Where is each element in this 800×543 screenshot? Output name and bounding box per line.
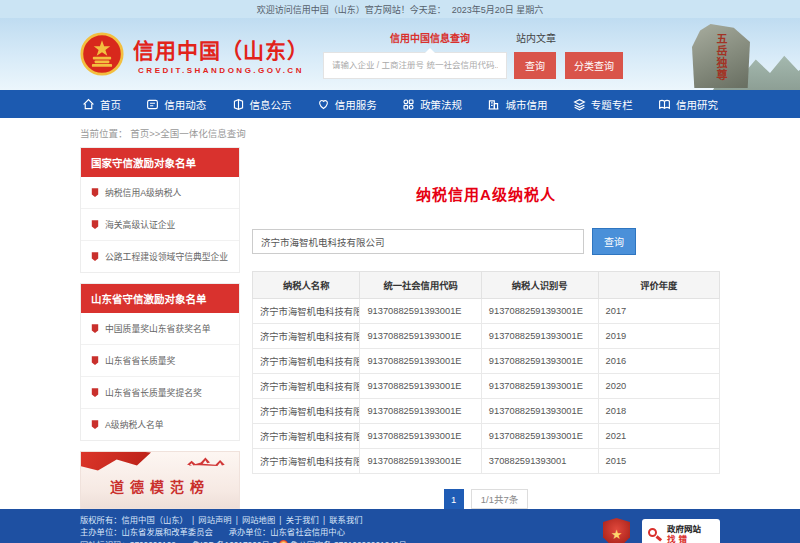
page-info: 1/1共7条 (471, 489, 529, 509)
table-row: 济宁市海智机电科技有限公司 91370882591393001E 9137088… (253, 324, 720, 349)
cell-credit-code: 91370882591393001E (360, 424, 481, 449)
nav-item-city-credit[interactable]: 城市信用 (485, 90, 549, 118)
sidebar-item-governor-award-nomination[interactable]: 山东省省长质量奖提名奖 (81, 377, 239, 409)
nav-item-policies[interactable]: 政策法规 (400, 90, 464, 118)
nav-item-credit-research[interactable]: 信用研究 (656, 90, 720, 118)
breadcrumb-path[interactable]: 首页>>全国一体化信息查询 (130, 128, 246, 139)
national-incentive-section: 国家守信激励对象名单 纳税信用A级纳税人 海关高级认证企业 公路工程建设领域守信… (80, 147, 240, 273)
footer-link-about-us[interactable]: 关于我们 (275, 515, 319, 525)
header-query-button[interactable]: 查询 (514, 52, 556, 79)
sidebar-item-tax-credit-a[interactable]: 纳税信用A级纳税人 (81, 177, 239, 209)
medal-icon (91, 188, 99, 198)
sidebar-item-label: 海关高级认证企业 (105, 218, 175, 231)
cell-credit-code: 91370882591393001E (360, 324, 481, 349)
find-error-line2: 找错 (667, 535, 701, 543)
nav-label: 专题专栏 (591, 97, 633, 112)
medal-icon (91, 252, 99, 262)
cell-eval-year: 2019 (598, 324, 719, 349)
medal-icon (91, 420, 99, 430)
cell-credit-code: 91370882591393001E (360, 374, 481, 399)
nav-item-home[interactable]: 首页 (80, 90, 123, 118)
site-title-block: 信用中国（山东） CREDIT.SHANDONG.GOV.CN (133, 34, 309, 75)
main-navbar: 首页 信用动态 信息公示 信用服务 政策法规 城市信用 (0, 90, 800, 118)
sidebar-item-highway-trustworthy[interactable]: 公路工程建设领域守信典型企业 (81, 241, 239, 272)
cell-eval-year: 2018 (598, 399, 719, 424)
nav-label: 信息公示 (250, 97, 292, 112)
classified-query-button[interactable]: 分类查询 (565, 52, 623, 79)
undertaker-text: 承办单位：山东省社会信用中心 (229, 527, 345, 537)
footer-link-contact-us[interactable]: 联系我们 (319, 515, 363, 525)
header-inner: 信用中国（山东） CREDIT.SHANDONG.GOV.CN 信用中国信息查询… (80, 18, 720, 90)
nav-label: 首页 (100, 97, 121, 112)
heart-icon (317, 98, 330, 111)
table-header-row: 纳税人名称 统一社会信用代码 纳税人识别号 评价年度 (253, 272, 720, 299)
header-search-input[interactable] (323, 52, 507, 79)
col-eval-year: 评价年度 (598, 272, 719, 299)
table-row: 济宁市海智机电科技有限公司 91370882591393001E 9137088… (253, 299, 720, 324)
nav-item-credit-services[interactable]: 信用服务 (315, 90, 379, 118)
main-search-row: 查询 (252, 228, 720, 255)
cell-taxpayer-name: 济宁市海智机电科技有限公司 (253, 399, 360, 424)
sidebar-item-a-level-taxpayer-list[interactable]: A级纳税人名单 (81, 409, 239, 440)
sidebar-item-governor-quality-award[interactable]: 山东省省长质量奖 (81, 345, 239, 377)
nav-label: 政策法规 (420, 97, 462, 112)
table-row: 济宁市海智机电科技有限公司 91370882591393001E 3708825… (253, 449, 720, 474)
table-row: 济宁市海智机电科技有限公司 91370882591393001E 9137088… (253, 424, 720, 449)
page-title: 纳税信用A级纳税人 (252, 183, 720, 204)
main-panel: 纳税信用A级纳税人 查询 纳税人名称 统一社会信用代码 纳税人识别号 评价年度 (252, 147, 720, 509)
cell-taxpayer-name: 济宁市海智机电科技有限公司 (253, 424, 360, 449)
tab-site-articles[interactable]: 站内文章 (516, 30, 556, 45)
gov-site-find-error-badge[interactable]: 政府网站 找错 (642, 519, 720, 543)
cell-taxpayer-id: 370882591393001 (481, 449, 598, 474)
sidebar-item-label: 山东省省长质量奖提名奖 (105, 386, 202, 399)
medal-icon (91, 324, 99, 334)
copyright-text: 版权所有：信用中国（山东） (80, 515, 188, 525)
nav-label: 信用服务 (335, 97, 377, 112)
sidebar-item-china-quality-award[interactable]: 中国质量奖山东省获奖名单 (81, 313, 239, 345)
home-icon (82, 98, 95, 111)
book-icon (658, 98, 671, 111)
col-taxpayer-name: 纳税人名称 (253, 272, 360, 299)
footer-link-sitemap[interactable]: 网站地图 (232, 515, 276, 525)
stone-inscription: 五岳独尊 (713, 33, 729, 88)
tab-credit-info-query[interactable]: 信用中国信息查询 (390, 30, 470, 45)
page-number-current[interactable]: 1 (444, 489, 464, 509)
footer-link-site-statement[interactable]: 网站声明 (188, 515, 232, 525)
magnifier-icon (648, 528, 662, 542)
col-credit-code: 统一社会信用代码 (360, 272, 481, 299)
medal-icon (91, 388, 99, 398)
site-logo[interactable]: 信用中国（山东） CREDIT.SHANDONG.GOV.CN (80, 32, 309, 76)
footer-inner: 版权所有：信用中国（山东）网站声明网站地图关于我们联系我们 主办单位：山东省发展… (80, 509, 720, 543)
building-icon (487, 98, 500, 111)
main-query-button[interactable]: 查询 (592, 228, 636, 255)
company-search-input[interactable] (252, 229, 584, 254)
nav-item-special-topics[interactable]: 专题专栏 (571, 90, 635, 118)
nav-label: 信用动态 (164, 97, 206, 112)
find-error-text: 政府网站 找错 (667, 525, 701, 543)
sidebar-item-label: 纳税信用A级纳税人 (105, 186, 181, 199)
sidebar-item-label: 中国质量奖山东省获奖名单 (105, 322, 211, 335)
pagination: 1 1/1共7条 (252, 489, 720, 509)
nav-item-info-disclosure[interactable]: 信息公示 (230, 90, 294, 118)
section-title: 山东省守信激励对象名单 (81, 284, 239, 313)
sidebar-item-label: 公路工程建设领域守信典型企业 (105, 250, 228, 263)
layers-icon (573, 98, 586, 111)
cell-eval-year: 2017 (598, 299, 719, 324)
breadcrumb: 当前位置： 首页>>全国一体化信息查询 (80, 118, 720, 147)
sidebar-item-customs-certified[interactable]: 海关高级认证企业 (81, 209, 239, 241)
nav-item-credit-news[interactable]: 信用动态 (144, 90, 208, 118)
red-flag-icon (80, 451, 151, 477)
shield-star-icon: ★ (611, 525, 623, 543)
footer-badges: ★ 政府网站 找错 (603, 518, 720, 543)
cell-taxpayer-name: 济宁市海智机电科技有限公司 (253, 374, 360, 399)
cell-credit-code: 91370882591393001E (360, 399, 481, 424)
footer: 版权所有：信用中国（山东）网站声明网站地图关于我们联系我们 主办单位：山东省发展… (0, 509, 800, 543)
government-shield-badge[interactable]: ★ (603, 518, 630, 543)
moral-model-banner[interactable]: 道德模范榜 (80, 451, 240, 509)
cell-credit-code: 91370882591393001E (360, 299, 481, 324)
current-date: 2023年5月20日 星期六 (452, 3, 544, 16)
sidebar: 国家守信激励对象名单 纳税信用A级纳税人 海关高级认证企业 公路工程建设领域守信… (80, 147, 240, 509)
table-row: 济宁市海智机电科技有限公司 91370882591393001E 9137088… (253, 374, 720, 399)
page: 欢迎访问信用中国（山东）官方网站！今天是： 2023年5月20日 星期六 信用中… (0, 0, 800, 543)
national-emblem-icon (80, 32, 124, 76)
